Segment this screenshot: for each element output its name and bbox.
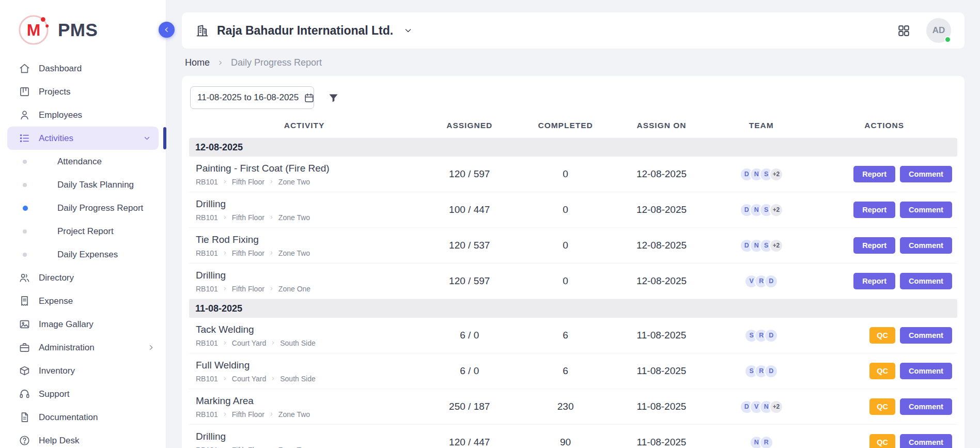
bullet-dot-icon (23, 206, 28, 211)
team-extra-count[interactable]: +2 (769, 239, 783, 253)
sidebar-item-support[interactable]: Support (0, 382, 166, 406)
user-avatar[interactable]: AD (926, 18, 951, 43)
actions-cell: QCComment (811, 398, 957, 415)
sidebar-subitem-attendance[interactable]: Attendance (0, 150, 166, 173)
report-button[interactable]: Report (853, 166, 895, 182)
chevron-right-icon (222, 340, 228, 346)
breadcrumb-home[interactable]: Home (185, 57, 210, 68)
sidebar-subitem-daily-expenses[interactable]: Daily Expenses (0, 243, 166, 266)
team-extra-count[interactable]: +2 (769, 203, 783, 217)
sidebar-item-dashboard[interactable]: Dashboard (0, 57, 166, 80)
report-button[interactable]: Report (853, 273, 895, 289)
sidebar-subitem-label: Attendance (57, 157, 102, 167)
assign-on-value: 12-08-2025 (612, 204, 711, 215)
path-segment: Fifth Floor (232, 410, 265, 419)
sidebar-item-inventory[interactable]: Inventory (0, 359, 166, 382)
sidebar-subitem-daily-task-planning[interactable]: Daily Task Planning (0, 173, 166, 196)
comment-button[interactable]: Comment (900, 398, 952, 415)
sidebar-item-directory[interactable]: Directory (0, 266, 166, 289)
assign-on-value: 11-08-2025 (612, 437, 711, 448)
report-button[interactable]: Report (853, 202, 895, 218)
path-segment: RB101 (196, 446, 218, 448)
chevron-down-icon (143, 134, 151, 143)
assigned-value: 100 / 447 (419, 204, 519, 215)
qc-button[interactable]: QC (869, 327, 895, 344)
sidebar-item-help-desk[interactable]: Help Desk (0, 429, 166, 448)
column-header-assign-on: ASSIGN ON (612, 121, 711, 130)
report-button[interactable]: Report (853, 237, 895, 254)
sidebar-item-label: Expense (39, 296, 155, 306)
team-avatars: DNS+2 (711, 203, 811, 217)
comment-button[interactable]: Comment (900, 363, 952, 379)
team-avatars: VRD (711, 274, 811, 288)
path-segment: Court Yard (232, 375, 266, 383)
sidebar-item-label: Activities (39, 133, 143, 144)
path-segment: Fifth Floor (232, 446, 265, 448)
comment-button[interactable]: Comment (900, 202, 952, 218)
bullet-dot-icon (23, 229, 27, 234)
activity-row: Full WeldingRB101Court YardSouth Side6 /… (189, 353, 957, 389)
activity-location-path: RB101Fifth FloorZone Two (196, 213, 419, 222)
company-selector[interactable]: Raja Bahadur International Ltd. (195, 24, 413, 38)
activity-row: DrillingRB101Fifth FloorZone Two120 / 44… (189, 425, 957, 448)
team-extra-count[interactable]: +2 (769, 400, 783, 414)
chevron-right-icon (269, 250, 274, 256)
sidebar-item-employees[interactable]: Employees (0, 103, 166, 127)
qc-button[interactable]: QC (869, 434, 895, 448)
calendar-icon (304, 92, 315, 103)
activity-name: Drilling (196, 198, 419, 210)
sidebar-item-image-gallary[interactable]: Image Gallary (0, 313, 166, 336)
filter-icon[interactable] (328, 92, 339, 104)
actions-cell: ReportComment (811, 166, 957, 182)
qc-button[interactable]: QC (869, 363, 895, 379)
building-icon (195, 24, 209, 38)
comment-button[interactable]: Comment (900, 327, 952, 344)
assign-on-value: 12-08-2025 (612, 168, 711, 180)
activity-name: Full Welding (196, 360, 419, 371)
team-member-avatar[interactable]: D (764, 329, 778, 343)
sidebar-item-projects[interactable]: Projects (0, 80, 166, 103)
sidebar-subitem-project-report[interactable]: Project Report (0, 220, 166, 243)
sidebar-item-expense[interactable]: Expense (0, 289, 166, 313)
table-body: 12-08-2025Painting - First Coat (Fire Re… (189, 138, 957, 448)
team-extra-count[interactable]: +2 (769, 167, 783, 181)
sidebar-item-label: Documentation (39, 412, 155, 423)
comment-button[interactable]: Comment (900, 237, 952, 254)
team-member-avatar[interactable]: D (764, 364, 778, 378)
date-range-input[interactable]: 11-08-2025 to 16-08-2025 (190, 86, 314, 109)
comment-button[interactable]: Comment (900, 434, 952, 448)
sidebar-item-administration[interactable]: Administration (0, 336, 166, 359)
sidebar-subitem-label: Daily Expenses (57, 250, 118, 260)
sidebar-collapse-button[interactable] (159, 22, 175, 38)
sidebar-item-documentation[interactable]: Documentation (0, 406, 166, 429)
column-header-assigned: ASSIGNED (419, 121, 519, 130)
team-member-avatar[interactable]: R (759, 436, 773, 448)
activity-row: DrillingRB101Fifth FloorZone Two100 / 44… (189, 192, 957, 228)
employees-icon (19, 109, 30, 121)
sidebar-subitem-daily-progress-report[interactable]: Daily Progress Report (0, 196, 166, 220)
completed-value: 0 (519, 168, 611, 180)
sidebar-item-label: Projects (39, 87, 155, 97)
activity-location-path: RB101Court YardSouth Side (196, 339, 419, 347)
chevron-right-icon (269, 214, 274, 220)
team-member-avatar[interactable]: D (764, 274, 778, 288)
sidebar-item-activities[interactable]: Activities (7, 127, 159, 150)
documentation-icon (19, 411, 30, 423)
activity-cell: Tie Rod FixingRB101Fifth FloorZone Two (189, 234, 419, 257)
activity-row: Painting - First Coat (Fire Red)RB101Fif… (189, 157, 957, 192)
apps-grid-icon[interactable] (897, 24, 911, 38)
path-segment: RB101 (196, 249, 218, 257)
activity-name: Painting - First Coat (Fire Red) (196, 163, 419, 174)
chevron-right-icon (269, 179, 274, 184)
activity-name: Tie Rod Fixing (196, 234, 419, 245)
path-segment: Fifth Floor (232, 213, 265, 222)
sidebar-item-label: Help Desk (39, 436, 155, 446)
sidebar-subitem-label: Daily Task Planning (57, 180, 134, 190)
qc-button[interactable]: QC (869, 398, 895, 415)
comment-button[interactable]: Comment (900, 273, 952, 289)
comment-button[interactable]: Comment (900, 166, 952, 182)
chevron-right-icon (222, 250, 228, 256)
logo-row: M PMS (0, 0, 166, 57)
activity-name: Drilling (196, 431, 419, 442)
table-header-row: ACTIVITYASSIGNEDCOMPLETEDASSIGN ONTEAMAC… (189, 113, 957, 138)
